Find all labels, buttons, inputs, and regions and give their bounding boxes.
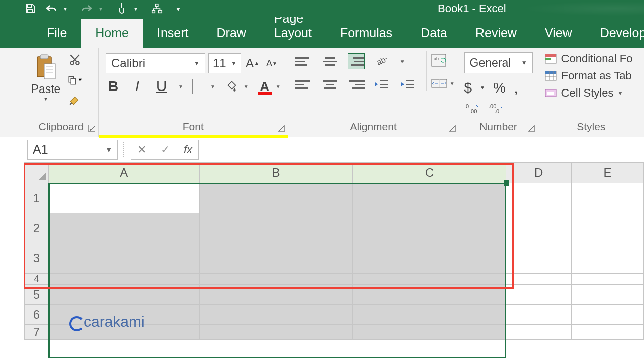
tab-review[interactable]: Review bbox=[461, 19, 531, 48]
tab-draw[interactable]: Draw bbox=[203, 19, 260, 48]
redo-dropdown-icon[interactable]: ▼ bbox=[95, 3, 107, 15]
bold-button[interactable]: B bbox=[106, 78, 121, 95]
tab-view[interactable]: View bbox=[531, 19, 586, 48]
cell-b5[interactable] bbox=[199, 285, 353, 305]
cell-b2[interactable] bbox=[199, 213, 353, 243]
font-name-combo[interactable]: Calibri ▼ bbox=[106, 53, 205, 73]
hierarchy-icon[interactable] bbox=[151, 3, 163, 15]
row-header-6[interactable]: 6 bbox=[25, 305, 49, 325]
alignment-launcher-icon[interactable] bbox=[449, 125, 456, 132]
clipboard-launcher-icon[interactable] bbox=[88, 125, 95, 132]
number-format-combo[interactable]: General ▼ bbox=[464, 52, 533, 73]
cell-c3[interactable] bbox=[353, 243, 506, 274]
borders-button[interactable] bbox=[192, 78, 207, 95]
cell-d5[interactable] bbox=[506, 285, 572, 305]
cell-b1[interactable] bbox=[199, 183, 353, 213]
align-middle-button[interactable] bbox=[321, 53, 339, 69]
cell-e2[interactable] bbox=[572, 213, 644, 243]
cell-b4[interactable] bbox=[199, 274, 353, 285]
merge-center-button[interactable]: ▼ bbox=[431, 76, 455, 90]
worksheet-grid[interactable]: A B C D E 1 2 3 4 5 6 7 carakami bbox=[24, 162, 644, 362]
conditional-formatting-button[interactable]: Conditional Fo bbox=[544, 52, 638, 65]
cell-d7[interactable] bbox=[506, 325, 572, 340]
row-header-2[interactable]: 2 bbox=[25, 213, 49, 243]
decrease-decimal-button[interactable]: .00.0 bbox=[489, 102, 504, 117]
column-header-b[interactable]: B bbox=[199, 163, 353, 183]
italic-button[interactable]: I bbox=[130, 78, 145, 95]
copy-icon[interactable]: ▼ bbox=[67, 72, 83, 87]
cell-b6[interactable] bbox=[199, 305, 353, 325]
increase-font-icon[interactable]: A▲ bbox=[245, 54, 261, 72]
format-as-table-button[interactable]: Format as Tab bbox=[544, 69, 638, 82]
fill-color-button[interactable] bbox=[224, 78, 239, 95]
cell-c5[interactable] bbox=[353, 285, 506, 305]
row-header-7[interactable]: 7 bbox=[25, 325, 49, 340]
cell-e5[interactable] bbox=[572, 285, 644, 305]
undo-icon[interactable] bbox=[45, 3, 57, 15]
merge-dropdown-icon[interactable]: ▼ bbox=[450, 81, 455, 86]
splitter[interactable] bbox=[123, 142, 126, 157]
align-left-button[interactable] bbox=[295, 76, 312, 93]
cell-e3[interactable] bbox=[572, 243, 644, 274]
cell-b7[interactable] bbox=[199, 325, 353, 340]
row-header-4[interactable]: 4 bbox=[25, 274, 49, 285]
tab-developer[interactable]: Developer bbox=[586, 19, 644, 48]
paste-dropdown-icon[interactable]: ▼ bbox=[43, 96, 48, 102]
enter-icon[interactable]: ✓ bbox=[160, 143, 170, 156]
decrease-indent-button[interactable] bbox=[374, 76, 391, 93]
comma-button[interactable]: , bbox=[514, 78, 518, 97]
row-header-5[interactable]: 5 bbox=[25, 285, 49, 305]
underline-dropdown-icon[interactable]: ▼ bbox=[178, 84, 183, 89]
orientation-button[interactable]: ab bbox=[374, 53, 391, 69]
row-header-1[interactable]: 1 bbox=[25, 183, 49, 213]
decrease-font-icon[interactable]: A▼ bbox=[264, 54, 280, 72]
font-launcher-icon[interactable] bbox=[278, 125, 285, 132]
orientation-dropdown-icon[interactable]: ▼ bbox=[400, 59, 405, 64]
column-header-c[interactable]: C bbox=[353, 163, 506, 183]
fx-icon[interactable]: fx bbox=[184, 143, 192, 156]
cell-b3[interactable] bbox=[199, 243, 353, 274]
save-icon[interactable] bbox=[24, 3, 36, 15]
select-all-corner[interactable] bbox=[25, 163, 49, 183]
cell-d3[interactable] bbox=[506, 243, 572, 274]
underline-button[interactable]: U bbox=[154, 78, 169, 95]
fill-handle[interactable] bbox=[504, 180, 509, 186]
formula-input[interactable] bbox=[209, 140, 644, 160]
touch-mode-icon[interactable] bbox=[116, 3, 128, 15]
cell-d2[interactable] bbox=[506, 213, 572, 243]
wrap-text-button[interactable]: ab bbox=[431, 53, 455, 70]
tab-data[interactable]: Data bbox=[407, 19, 461, 48]
tab-home[interactable]: Home bbox=[81, 19, 143, 48]
cell-a2[interactable] bbox=[48, 213, 199, 243]
cancel-icon[interactable]: ✕ bbox=[137, 143, 146, 156]
paste-button[interactable]: Paste ▼ bbox=[28, 51, 63, 102]
cell-e6[interactable] bbox=[572, 305, 644, 325]
increase-decimal-button[interactable]: .0.00 bbox=[464, 102, 479, 117]
align-center-button[interactable] bbox=[321, 76, 339, 93]
cell-a5[interactable] bbox=[48, 285, 199, 305]
cell-d4[interactable] bbox=[506, 274, 572, 285]
column-header-e[interactable]: E bbox=[572, 163, 644, 183]
currency-dropdown-icon[interactable]: ▼ bbox=[480, 85, 485, 90]
borders-dropdown-icon[interactable]: ▼ bbox=[210, 84, 215, 89]
redo-icon[interactable] bbox=[80, 3, 93, 15]
cell-styles-button[interactable]: Cell Styles ▼ bbox=[544, 86, 638, 100]
fontcolor-dropdown-icon[interactable]: ▼ bbox=[276, 84, 281, 89]
cell-d6[interactable] bbox=[506, 305, 572, 325]
align-bottom-button[interactable] bbox=[348, 53, 365, 69]
percent-button[interactable]: % bbox=[493, 80, 506, 96]
name-box[interactable]: A1 ▼ bbox=[27, 140, 118, 160]
cell-e7[interactable] bbox=[572, 325, 644, 340]
tab-formulas[interactable]: Formulas bbox=[326, 19, 407, 48]
number-launcher-icon[interactable] bbox=[528, 125, 535, 132]
fill-dropdown-icon[interactable]: ▼ bbox=[244, 84, 249, 89]
format-painter-icon[interactable] bbox=[67, 93, 83, 108]
column-header-a[interactable]: A bbox=[48, 163, 199, 183]
cell-d1[interactable] bbox=[506, 183, 572, 213]
cell-c2[interactable] bbox=[353, 213, 506, 243]
cell-e4[interactable] bbox=[572, 274, 644, 285]
qat-customize-icon[interactable]: ▼ bbox=[172, 3, 184, 15]
cell-e1[interactable] bbox=[572, 183, 644, 213]
cell-a4[interactable] bbox=[48, 274, 199, 285]
column-header-d[interactable]: D bbox=[506, 163, 572, 183]
